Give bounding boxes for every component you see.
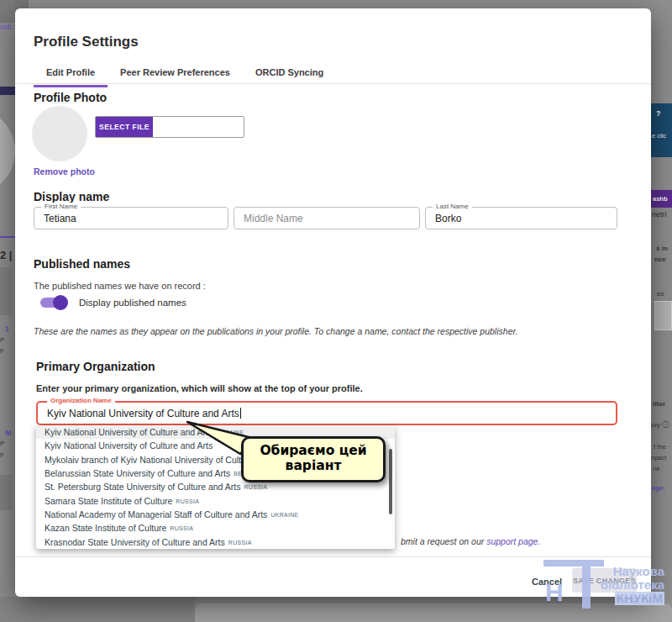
background-text-fragment: M [5, 429, 12, 437]
display-name-heading: Display name [34, 190, 109, 203]
background-text-fragment: ? [656, 109, 661, 118]
organization-name-field[interactable]: Organization Name Kyiv National Universi… [36, 401, 617, 425]
last-name-field-group: Last Name [425, 207, 617, 229]
watermark-line: КНУКіМ [615, 592, 664, 605]
avatar [32, 106, 87, 161]
watermark-logo-letter: Н [545, 580, 564, 605]
profile-settings-modal: Profile Settings Edit Profile Peer Revie… [15, 8, 651, 597]
dropdown-scrollbar[interactable] [389, 449, 392, 514]
watermark-logo-bar [543, 560, 604, 567]
tab-bar-divider [15, 83, 651, 84]
background-block [0, 0, 15, 23]
toggle-knob[interactable] [53, 295, 68, 310]
option-country-label: RUSSIA [176, 498, 199, 504]
published-names-heading: Published names [34, 257, 130, 271]
background-text-fragment: npact [651, 454, 666, 461]
organization-option[interactable]: National Academy of Managerial Staff of … [36, 508, 395, 521]
profile-photo-heading: Profile Photo [34, 91, 107, 104]
first-name-input[interactable] [34, 207, 228, 229]
watermark-line: бібліотека [601, 578, 664, 592]
background-text-fragment: 2 | [0, 249, 12, 261]
background-text-fragment: ury ⓘ [651, 420, 669, 430]
background-text-fragment: litor [653, 400, 665, 408]
primary-organization-heading: Primary Organization [36, 360, 155, 373]
background-band [0, 87, 15, 95]
background-text-fragment: P [0, 440, 4, 447]
organization-option[interactable]: Samara State Institute of CultureRUSSIA [36, 494, 395, 508]
published-names-record-text: The published names we have on record : [34, 281, 206, 291]
option-name: St. Petersburg State University of Cultu… [45, 482, 240, 492]
background-text-fragment: t the [654, 443, 666, 451]
background-block [0, 597, 195, 622]
callout-annotation: Обираємо цей варіант [241, 436, 386, 482]
background-block [195, 604, 672, 622]
middle-name-input[interactable] [234, 207, 420, 229]
remove-photo-link[interactable]: Remove photo [34, 166, 95, 177]
support-text-fragment: bmit a request on our support page. [401, 536, 540, 546]
option-name: Kazan State Institute of Culture [45, 523, 166, 533]
file-upload-control[interactable]: SELECT FILE [95, 116, 244, 138]
background-text-fragment: nce [654, 256, 666, 263]
organization-name-label: Organization Name [47, 397, 115, 404]
support-page-link[interactable]: support page. [486, 536, 540, 546]
background-block [0, 267, 12, 315]
watermark-text: Наукова бібліотека КНУКіМ [601, 565, 664, 605]
background-text-fragment: 1 [5, 324, 9, 333]
option-country-label: RUSSIA [228, 540, 252, 546]
screen: rch > 2 | 1 P F M P F ? e clic ashb netr… [0, 0, 672, 622]
footer-divider [15, 556, 651, 557]
option-country-label: RUSSIA [244, 484, 267, 490]
select-file-button[interactable]: SELECT FILE [96, 117, 153, 137]
display-name-fields: First Name Last Name [34, 207, 617, 229]
middle-name-field-group [234, 207, 420, 229]
display-published-names-toggle[interactable] [40, 298, 66, 308]
background-text-fragment: netri [652, 210, 667, 219]
option-name: Samara State Institute of Culture [45, 496, 172, 506]
option-name: National Academy of Managerial Staff of … [45, 509, 267, 519]
background-text-fragment: ashb [653, 195, 668, 203]
first-name-label: First Name [41, 203, 81, 210]
first-name-field-group: First Name [34, 207, 228, 229]
primary-organization-description: Enter your primary organization, which w… [36, 383, 363, 393]
organization-option[interactable]: Krasnodar State University of Culture an… [36, 535, 395, 549]
background-avatar-fragment [0, 108, 15, 195]
organization-name-value: Kyiv National University of Culture and … [47, 408, 241, 419]
display-published-names-row: Display published names [40, 298, 186, 308]
background-help-panel [651, 103, 672, 157]
option-country-label: RUSSIA [170, 525, 193, 531]
background-divider [0, 236, 15, 238]
background-block [0, 475, 12, 510]
last-name-label: Last Name [433, 203, 472, 210]
modal-title: Profile Settings [34, 34, 139, 50]
background-block [654, 301, 672, 330]
organization-option[interactable]: Kazan State Institute of CultureRUSSIA [36, 521, 395, 535]
option-name: Krasnodar State University of Culture an… [45, 537, 225, 547]
background-link-fragment: age. [652, 484, 665, 492]
background-text-fragment: F [0, 451, 4, 459]
watermark-logo-bar [582, 560, 591, 609]
background-text-fragment: e clic [652, 132, 666, 140]
background-text-fragment: s in [656, 245, 668, 252]
option-country-label: UKRAINE [270, 512, 298, 518]
background-text-fragment: F [0, 347, 4, 355]
option-name: Belarussian State University of Culture … [45, 468, 230, 478]
background-text-fragment: ne [653, 465, 659, 472]
last-name-input[interactable] [425, 207, 617, 229]
background-text-fragment: P [0, 336, 4, 344]
watermark-line: Наукова [601, 565, 664, 578]
organization-option[interactable]: St. Petersburg State University of Cultu… [36, 480, 395, 493]
toggle-label: Display published names [79, 298, 186, 308]
background-text-fragment: es [657, 290, 664, 298]
published-names-note: These are the names as they appear on th… [34, 326, 592, 336]
text-cursor [240, 408, 241, 419]
